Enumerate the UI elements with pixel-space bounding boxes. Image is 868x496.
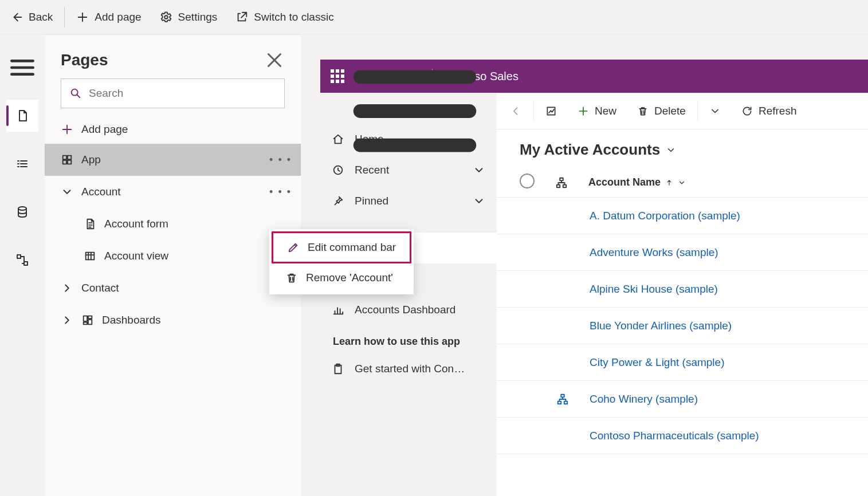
more-button[interactable]: • • •	[269, 186, 292, 198]
sidenav-hamburger[interactable]	[320, 99, 497, 124]
clipboard-icon	[332, 363, 344, 375]
app-icon	[61, 153, 73, 166]
pages-panel: Pages Add page App • • •	[45, 34, 301, 496]
arrow-left-icon	[510, 105, 522, 117]
ctx-label: Edit command bar	[308, 241, 396, 254]
search-input[interactable]	[89, 87, 276, 100]
svg-rect-7	[63, 160, 66, 164]
preview-sidenav: Home Recent Pinned Acc	[320, 93, 497, 496]
grid-area: New Delete Refresh	[497, 93, 868, 496]
plus-icon	[578, 105, 589, 117]
nav-item-accounts-dashboard[interactable]: Accounts Dashboard	[320, 294, 497, 325]
add-page-button[interactable]: Add page	[67, 6, 150, 28]
table-row[interactable]: Alpine Ski House (sample)	[497, 271, 868, 308]
form-icon	[84, 218, 96, 230]
add-page-row[interactable]: Add page	[45, 115, 301, 144]
select-all-checkbox[interactable]	[520, 174, 535, 191]
add-page-row-label: Add page	[81, 123, 128, 136]
account-link[interactable]: Alpine Ski House (sample)	[590, 283, 718, 296]
back-label: Back	[29, 11, 53, 23]
chart-command[interactable]	[536, 99, 566, 124]
table-row[interactable]: Contoso Pharmaceuticals (sample)	[497, 418, 868, 454]
rail-navigation-button[interactable]	[6, 148, 38, 180]
settings-label: Settings	[178, 11, 218, 23]
tree-item-contact[interactable]: Contact	[45, 272, 301, 304]
hamburger-button[interactable]	[6, 52, 38, 84]
svg-point-4	[72, 89, 78, 96]
delete-label: Delete	[654, 105, 686, 117]
svg-rect-11	[88, 316, 92, 319]
dashboard-icon	[81, 314, 94, 326]
tree-label: Account	[81, 186, 121, 198]
chevron-down-icon	[678, 179, 686, 187]
toolbar-separator	[64, 7, 65, 27]
show-chart-icon	[545, 105, 557, 117]
nav-item-pinned[interactable]: Pinned	[320, 186, 497, 216]
refresh-command[interactable]: Refresh	[732, 99, 806, 124]
table-row[interactable]: A. Datum Corporation (sample)	[497, 198, 868, 234]
refresh-label: Refresh	[759, 105, 797, 117]
rail-automation-button[interactable]	[6, 244, 38, 276]
new-command[interactable]: New	[568, 99, 626, 124]
account-link[interactable]: Contoso Pharmaceuticals (sample)	[590, 430, 759, 442]
account-link[interactable]: City Power & Light (sample)	[590, 356, 724, 369]
tree-item-account-view[interactable]: Account view	[45, 240, 301, 272]
rail-data-button[interactable]	[6, 196, 38, 228]
tree-item-dashboards[interactable]: Dashboards	[45, 304, 301, 336]
table-row[interactable]: Adventure Works (sample)	[497, 234, 868, 271]
refresh-icon	[741, 105, 753, 117]
account-link[interactable]: A. Datum Corporation (sample)	[590, 210, 740, 222]
home-icon	[332, 133, 344, 145]
nav-group-learn: Learn how to use this app	[320, 325, 497, 353]
svg-rect-9	[86, 253, 95, 260]
nav-item-get-started[interactable]: Get started with Con…	[320, 353, 497, 384]
table-row[interactable]: City Power & Light (sample)	[497, 344, 868, 381]
overflow-command[interactable]	[700, 99, 730, 124]
account-link[interactable]: Coho Winery (sample)	[590, 393, 698, 406]
pages-tree: App • • • Account • • • Account form Acc…	[45, 144, 301, 336]
database-icon	[15, 205, 29, 219]
back-command[interactable]	[501, 99, 531, 124]
tree-item-account[interactable]: Account • • •	[45, 176, 301, 208]
delete-command[interactable]: Delete	[628, 99, 695, 124]
nav-label: Pinned	[355, 195, 388, 207]
tree-label: Contact	[81, 282, 119, 294]
hierarchy-icon	[555, 176, 568, 189]
hamburger-icon	[6, 52, 38, 84]
table-row[interactable]: Blue Yonder Airlines (sample)	[497, 308, 868, 344]
back-button[interactable]: Back	[1, 6, 62, 28]
table-row[interactable]: Coho Winery (sample)	[497, 381, 868, 418]
nav-item-recent[interactable]: Recent	[320, 155, 497, 186]
ctx-edit-command-bar[interactable]: Edit command bar	[272, 231, 411, 263]
list-icon	[15, 157, 29, 171]
view-title[interactable]: My Active Accounts	[497, 129, 868, 168]
nav-label: Home	[355, 133, 384, 145]
chevron-down-icon	[709, 105, 721, 117]
gear-icon	[160, 11, 172, 23]
chevron-down-icon	[473, 195, 485, 207]
tree-item-app[interactable]: App • • •	[45, 144, 301, 176]
close-panel-button[interactable]	[264, 50, 285, 70]
account-link[interactable]: Adventure Works (sample)	[590, 246, 718, 259]
clock-icon	[332, 164, 344, 176]
nav-label: Get started with Con…	[355, 363, 465, 375]
settings-button[interactable]: Settings	[151, 6, 227, 28]
chevron-right-icon	[61, 282, 73, 294]
account-link[interactable]: Blue Yonder Airlines (sample)	[590, 320, 732, 332]
page-icon	[15, 109, 29, 123]
ctx-remove-account[interactable]: Remove 'Account'	[272, 263, 411, 292]
tree-item-account-form[interactable]: Account form	[45, 208, 301, 240]
chevron-down-icon	[61, 186, 73, 198]
command-separator	[697, 101, 698, 121]
flow-icon	[15, 253, 29, 267]
nav-item-home[interactable]: Home	[320, 124, 497, 155]
grid-header: Account Name	[497, 168, 868, 198]
rail-pages-button[interactable]	[6, 100, 38, 132]
switch-icon	[235, 11, 248, 23]
svg-rect-8	[68, 160, 71, 164]
plus-icon	[61, 123, 73, 136]
more-button[interactable]: • • •	[269, 154, 292, 166]
switch-classic-button[interactable]: Switch to classic	[226, 6, 343, 28]
svg-rect-10	[84, 316, 87, 321]
column-account-name[interactable]: Account Name	[588, 176, 686, 188]
